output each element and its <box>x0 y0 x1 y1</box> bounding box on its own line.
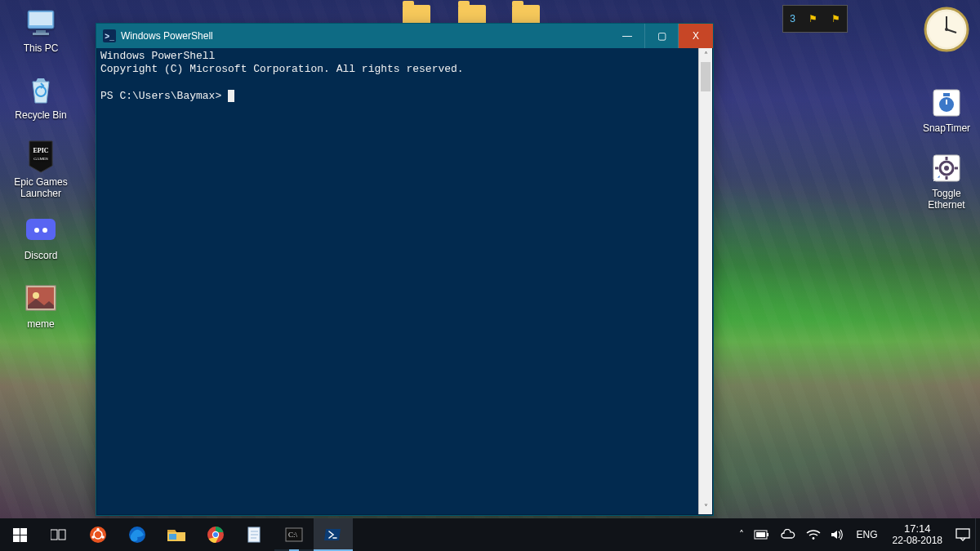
terminal-client-area[interactable]: Windows PowerShell Copyright (C) Microso… <box>97 48 712 514</box>
svg-rect-40 <box>169 534 176 540</box>
task-view-button[interactable] <box>39 518 78 551</box>
taskbar-app-ubuntu[interactable] <box>78 518 118 551</box>
desktop-icon-label: This PC <box>21 42 61 56</box>
discord-icon <box>24 214 57 247</box>
battery-icon <box>754 529 770 540</box>
windows-logo-icon <box>13 528 27 542</box>
taskbar-app-edge[interactable] <box>118 518 157 551</box>
desktop-icon-toggle-ethernet[interactable]: Toggle Ethernet <box>918 152 975 212</box>
desktop-icon-snaptimer[interactable]: SnapTimer <box>918 87 975 136</box>
desktop-icon-this-pc[interactable]: This PC <box>4 7 78 56</box>
tray-volume-icon[interactable] <box>826 518 850 551</box>
tray-language[interactable]: ENG <box>850 518 884 551</box>
svg-text:GAMES: GAMES <box>33 157 48 161</box>
svg-rect-33 <box>59 530 65 540</box>
svg-rect-52 <box>756 532 765 537</box>
svg-point-38 <box>101 535 104 538</box>
powershell-icon: >_ <box>103 29 116 42</box>
taskbar-app-file-explorer[interactable] <box>157 518 196 551</box>
tray-power-icon[interactable] <box>749 518 775 551</box>
show-desktop-button[interactable] <box>975 518 980 551</box>
taskbar[interactable]: C:\ ˄ ENG 17:14 22-08-2018 <box>0 518 980 551</box>
wallpaper-scoreboard: 3⚑⚑ <box>782 5 848 33</box>
cloud-icon <box>780 529 796 540</box>
svg-rect-54 <box>956 529 969 538</box>
window-titlebar[interactable]: >_ Windows PowerShell — ▢ X <box>96 24 713 48</box>
powershell-taskbar-icon <box>324 527 342 542</box>
file-explorer-icon <box>167 527 186 543</box>
desktop-icon-meme[interactable]: meme <box>4 282 78 331</box>
recycle-bin-icon <box>24 73 57 106</box>
desktop-icon-label: meme <box>24 318 56 331</box>
this-pc-icon <box>24 7 57 39</box>
tray-clock[interactable]: 17:14 22-08-2018 <box>884 523 951 545</box>
desktop-icon-discord[interactable]: Discord <box>4 214 78 263</box>
svg-rect-2 <box>36 30 46 33</box>
desktop-icon-label: Toggle Ethernet <box>918 188 975 212</box>
task-view-icon <box>51 528 67 541</box>
svg-point-43 <box>213 532 218 537</box>
svg-point-8 <box>42 228 47 233</box>
taskbar-app-notepad[interactable] <box>235 518 274 551</box>
svg-point-16 <box>945 28 948 31</box>
system-tray[interactable]: ˄ ENG 17:14 22-08-2018 <box>734 518 980 551</box>
action-center-icon <box>956 528 970 541</box>
svg-rect-3 <box>33 33 49 35</box>
edge-icon <box>127 525 147 544</box>
svg-point-23 <box>944 166 949 171</box>
svg-rect-31 <box>20 535 27 542</box>
svg-rect-28 <box>13 528 20 535</box>
svg-text:C:\: C:\ <box>288 531 298 539</box>
svg-rect-29 <box>20 528 27 535</box>
epic-games-icon: EPICGAMES <box>24 140 57 173</box>
speaker-icon <box>831 529 845 540</box>
tray-date: 22-08-2018 <box>893 535 942 546</box>
scroll-up-button[interactable]: ˄ <box>699 48 712 62</box>
notepad-icon <box>246 526 264 544</box>
ubuntu-icon <box>89 526 107 544</box>
tray-wifi-icon[interactable] <box>801 518 826 551</box>
taskbar-app-cmd[interactable]: C:\ <box>274 518 314 551</box>
scroll-track[interactable] <box>699 62 712 500</box>
svg-rect-19 <box>943 93 950 96</box>
desktop-icon-label: SnapTimer <box>920 122 973 136</box>
vertical-scrollbar[interactable]: ˄ ˅ <box>698 48 712 514</box>
window-title: Windows PowerShell <box>121 30 213 42</box>
terminal-line: Copyright (C) Microsoft Corporation. All… <box>100 63 464 75</box>
minimize-button[interactable]: — <box>610 24 644 48</box>
desktop-icon-recycle-bin[interactable]: Recycle Bin <box>4 73 78 122</box>
svg-rect-6 <box>26 219 56 240</box>
desktop-icon-epic-games[interactable]: EPICGAMES Epic Games Launcher <box>4 140 78 201</box>
svg-point-7 <box>34 228 39 233</box>
maximize-button[interactable]: ▢ <box>644 24 679 48</box>
svg-rect-32 <box>51 530 57 540</box>
image-file-icon <box>24 282 57 315</box>
desktop-icon-label: Recycle Bin <box>12 109 69 122</box>
taskbar-app-powershell[interactable] <box>314 518 353 551</box>
terminal-prompt: PS C:\Users\Baymax> <box>100 90 221 102</box>
start-button[interactable] <box>0 518 39 551</box>
cmd-icon: C:\ <box>285 527 303 542</box>
desktop-icon-label: Epic Games Launcher <box>4 176 78 201</box>
svg-point-37 <box>91 535 94 538</box>
analog-clock-icon <box>922 5 971 54</box>
svg-rect-30 <box>13 535 20 542</box>
terminal-cursor <box>228 90 234 102</box>
powershell-window[interactable]: >_ Windows PowerShell — ▢ X Windows Powe… <box>96 23 714 516</box>
tray-overflow-button[interactable]: ˄ <box>734 518 749 551</box>
taskbar-app-chrome[interactable] <box>196 518 235 551</box>
tray-onedrive-icon[interactable] <box>775 518 801 551</box>
desktop-clock-gadget[interactable] <box>922 5 971 54</box>
wifi-icon <box>806 529 821 540</box>
tray-time: 17:14 <box>893 523 942 535</box>
svg-point-53 <box>812 537 814 540</box>
close-button[interactable]: X <box>679 24 713 48</box>
terminal-output: Windows PowerShell Copyright (C) Microso… <box>97 48 712 104</box>
scroll-down-button[interactable]: ˅ <box>699 500 712 514</box>
scroll-thumb[interactable] <box>701 62 710 91</box>
tray-action-center[interactable] <box>951 518 975 551</box>
desktop-icon-label: Discord <box>22 250 60 263</box>
svg-point-36 <box>96 528 99 531</box>
settings-shortcut-icon <box>930 152 963 184</box>
svg-rect-51 <box>767 533 768 536</box>
